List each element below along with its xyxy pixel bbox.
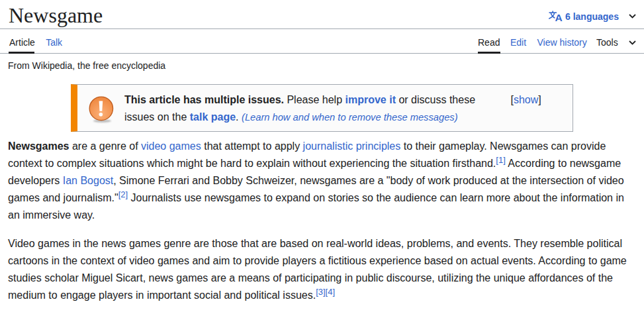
svg-text:A: A: [555, 12, 562, 23]
